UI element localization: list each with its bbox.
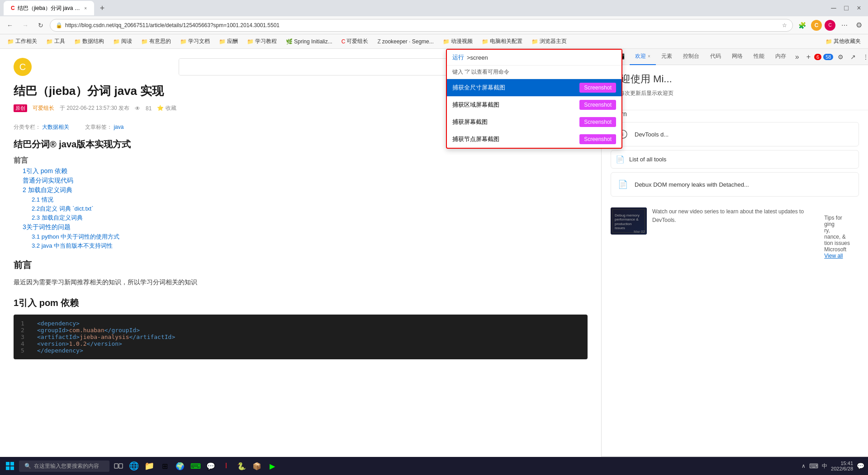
devtools-tab-sources[interactable]: 代码 [705, 49, 726, 65]
taskbar-system: ∧ ⌨ 中 15:41 2022/6/28 💬 [802, 461, 864, 471]
profile-icon[interactable]: C [825, 20, 835, 31]
devtools-card-0[interactable]: i DevTools d... [611, 122, 859, 146]
toc-item-4[interactable]: 2.2自定义 词典 `dict.txt` [32, 205, 588, 213]
toc-item-5[interactable]: 2.3 加载自定义词典 [32, 214, 588, 222]
bookmark-tutorial[interactable]: 📁 学习教程 [243, 37, 280, 46]
more-icon[interactable]: ⋮ [860, 52, 868, 62]
devtools-tab-actions: 6 58 ⚙ ↗ ⋮ × [814, 52, 868, 62]
taskbar-task-view[interactable] [112, 460, 125, 472]
tab-close-window[interactable]: × [854, 3, 864, 14]
devtools-add-tab[interactable]: + [803, 53, 814, 61]
view-all-link[interactable]: View all [824, 253, 843, 259]
active-tab[interactable]: C 结巴（jieba）分词 java 实现 × [4, 1, 94, 15]
taskbar-idea[interactable]: I [220, 460, 232, 472]
devtools-tab-console[interactable]: 控制台 [678, 49, 705, 65]
dropdown-item-3[interactable]: 捕获节点屏幕截图 Screenshot [447, 131, 621, 148]
bookmark-zoo[interactable]: Z zookeeper · Segme... [374, 38, 437, 46]
run-label: 运行 [452, 53, 464, 61]
video-section: Debug memory performance & production is… [602, 207, 868, 273]
taskbar-explorer[interactable]: 📁 [143, 460, 156, 472]
article-tag-link[interactable]: java [114, 124, 123, 130]
right-tip-2: ry, [824, 227, 850, 234]
devtools-tab-elements[interactable]: 元素 [656, 49, 678, 65]
bookmark-read[interactable]: 📁 阅读 [109, 37, 136, 46]
new-tab-button[interactable]: + [96, 2, 109, 14]
tab-maximize[interactable]: □ [841, 3, 852, 14]
devtools-tab-welcome[interactable]: 欢迎 × [630, 49, 656, 65]
taskbar-lang[interactable]: 中 [822, 462, 827, 470]
bookmark-ds[interactable]: 📁 数据结构 [71, 37, 108, 46]
screenshot-btn-3[interactable]: Screenshot [579, 134, 616, 144]
screenshot-btn-1[interactable]: Screenshot [579, 100, 616, 110]
screenshot-btn-2[interactable]: Screenshot [579, 117, 616, 127]
tab-minimize[interactable]: ─ [828, 3, 839, 14]
extensions-button[interactable]: 🧩 [796, 19, 808, 32]
category-link[interactable]: 大数据相关 [42, 124, 69, 130]
list-all-tools-card[interactable]: 📄 List of all tools [611, 150, 859, 169]
share-icon[interactable]: ↗ [848, 52, 859, 62]
back-button[interactable]: ← [4, 19, 16, 32]
code-line-3: 3 <artifactId>jieba-analysis</artifactId… [21, 334, 580, 340]
taskbar-app3[interactable]: 📦 [251, 460, 263, 472]
learn-title: Learn [611, 110, 859, 118]
toc-item-7[interactable]: 3.1 python 中关于词性的使用方式 [32, 233, 588, 241]
dropdown-item-0[interactable]: 捕获全尺寸屏幕截图 Screenshot [447, 79, 621, 96]
devtools-tab-network[interactable]: 网络 [726, 49, 748, 65]
screenshot-btn-0[interactable]: Screenshot [579, 83, 616, 93]
taskbar-green[interactable]: ▶ [266, 460, 279, 472]
bookmark-social[interactable]: 📁 应酬 [215, 37, 242, 46]
dropdown-item-1[interactable]: 捕获区域屏幕截图 Screenshot [447, 96, 621, 113]
toc-item-0[interactable]: 1引入 pom 依赖 [23, 167, 588, 175]
toc-item-3[interactable]: 2.1 情况 [32, 196, 588, 204]
welcome-checkbox-row: 每次更新后显示欢迎页 [611, 89, 859, 97]
preface-section: 前言 最近因为需要学习新闻推荐相关的知识，所以学习分词相关的知识 [14, 259, 588, 288]
video-desc: Watch our new video series to learn abou… [652, 207, 810, 225]
bookmark-pc[interactable]: 📁 电脑相关配置 [478, 37, 526, 46]
settings-icon[interactable]: ⚙ [835, 52, 846, 62]
taskbar-apps[interactable]: ⊞ [158, 460, 171, 472]
bookmarks-bar: 📁 工作相关 📁 工具 📁 数据结构 📁 阅读 📁 有意思的 📁 学习文档 📁 … [0, 34, 868, 49]
taskbar-browser[interactable]: 🌍 [174, 460, 186, 472]
dropdown-item-2[interactable]: 捕获屏幕截图 Screenshot [447, 113, 621, 131]
bookmark-cute[interactable]: C 可爱组长 [338, 37, 372, 46]
devtools-tab-performance[interactable]: 性能 [748, 49, 770, 65]
next-card[interactable]: 📄 Debux DOM memory leaks with Detached..… [611, 172, 859, 197]
toc-item-2[interactable]: 2 加载自定义词典 [23, 186, 588, 194]
taskbar-python[interactable]: 🐍 [235, 460, 248, 472]
taskbar-wechat[interactable]: 💬 [204, 460, 217, 472]
view-count-icon: 👁 [135, 105, 140, 112]
menu-button[interactable]: ⋯ [838, 19, 851, 32]
bookmark-study[interactable]: 📁 学习文档 [176, 37, 213, 46]
video-thumbnail[interactable]: Debug memory performance & production is… [611, 207, 647, 235]
devtools-tab-memory[interactable]: 内存 [770, 49, 792, 65]
bookmark-spring[interactable]: 🌿 Spring Initializ... [282, 38, 336, 46]
forward-button[interactable]: → [19, 19, 32, 32]
bookmark-tools[interactable]: 📁 工具 [43, 37, 69, 46]
taskbar-terminal[interactable]: ⌨ [189, 460, 202, 472]
windows-start[interactable] [4, 460, 16, 472]
refresh-button[interactable]: ↻ [34, 19, 47, 32]
taskbar-notification-icon[interactable]: 💬 [857, 462, 864, 470]
author-name[interactable]: 可爱组长 [33, 104, 54, 112]
toc-item-8[interactable]: 3.2 java 中当前版本不支持词性 [32, 242, 588, 250]
avatar-button[interactable]: C [811, 20, 822, 31]
address-bar[interactable]: 🔒 https://blog.csdn.net/qq_20667511/arti… [50, 19, 793, 32]
other-bookmarks[interactable]: 📁 其他收藏夹 [822, 37, 864, 46]
bookmark-anime[interactable]: 📁 动漫视频 [439, 37, 476, 46]
list-all-tools-text: List of all tools [629, 156, 666, 163]
taskbar-up-icon[interactable]: ∧ [802, 463, 806, 469]
bookmark-work[interactable]: 📁 工作相关 [4, 37, 41, 46]
collect-action[interactable]: ⭐ 收藏 [157, 104, 176, 112]
toc-item-1[interactable]: 普通分词实现代码 [23, 177, 588, 185]
welcome-tab-close[interactable]: × [648, 54, 650, 59]
taskbar-search-box[interactable]: 🔍 在这里输入您要搜索的内容 [19, 461, 109, 472]
taskbar-edge[interactable]: 🌐 [128, 460, 140, 472]
taskbar-keyboard-icon[interactable]: ⌨ [809, 462, 818, 470]
bookmark-home[interactable]: 📁 浏览器主页 [528, 37, 570, 46]
tab-close-icon[interactable]: × [84, 6, 87, 11]
bookmark-icon[interactable]: ☆ [782, 22, 787, 28]
devtools-toggle[interactable]: ⚙ [854, 20, 864, 31]
bookmark-interesting[interactable]: 📁 有意思的 [138, 37, 175, 46]
toc-item-6[interactable]: 3关于词性的问题 [23, 223, 588, 231]
devtools-tab-more[interactable]: » [792, 53, 803, 61]
